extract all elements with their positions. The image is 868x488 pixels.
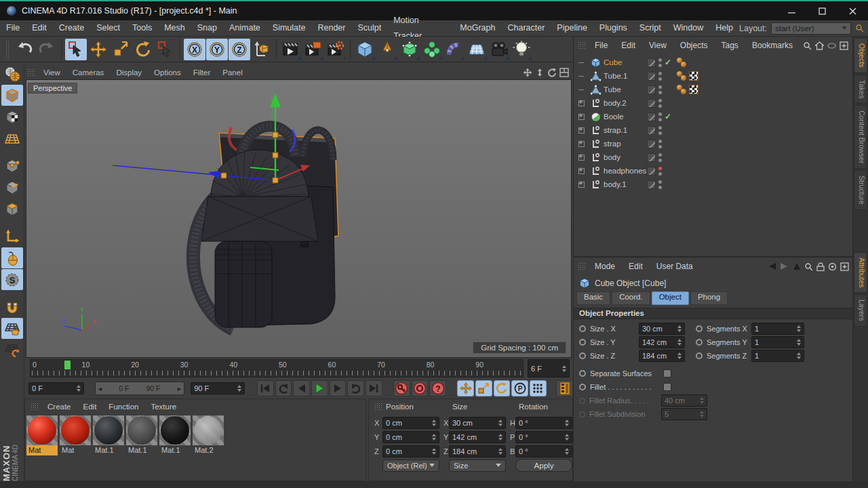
toggle-views-icon[interactable] [559, 68, 569, 77]
material-name[interactable]: Mat.2 [193, 445, 224, 455]
menu-character[interactable]: Character [501, 20, 551, 36]
attr-menu-edit[interactable]: Edit [622, 262, 650, 271]
menu-mograph[interactable]: MoGraph [454, 20, 501, 36]
phong-tag-icon[interactable] [677, 85, 687, 95]
toolbar-grip[interactable] [5, 41, 10, 58]
object-row-strap1[interactable]: strap.1 [574, 123, 853, 137]
attr-add-icon[interactable] [840, 262, 849, 271]
start-frame-field[interactable]: 0 F [28, 382, 84, 394]
viewport-menu-display[interactable]: Display [110, 68, 148, 77]
layer-swatch[interactable] [647, 85, 656, 94]
add-spline-pen-button[interactable] [376, 39, 398, 60]
material-name[interactable]: Mat [26, 445, 58, 455]
menu-animate[interactable]: Animate [223, 20, 267, 36]
layer-swatch[interactable] [647, 167, 656, 176]
visibility-dots[interactable] [658, 58, 662, 67]
render-view-button[interactable] [280, 39, 302, 60]
lock-y-axis-button[interactable]: Y [206, 39, 228, 60]
material-name[interactable]: Mat.1 [126, 445, 157, 455]
dock-tab-objects[interactable]: Objects [854, 38, 867, 73]
render-to-picture-viewer-button[interactable] [302, 39, 324, 60]
menu-tools[interactable]: Tools [126, 20, 158, 36]
object-row-cube[interactable]: Cube ✓ [574, 56, 853, 69]
keyframe-circle[interactable] [579, 352, 586, 359]
menu-help[interactable]: Help [709, 20, 739, 36]
keyframe-selection-button[interactable]: ? [429, 380, 446, 396]
dock-tab-structure[interactable]: Structure [854, 170, 867, 210]
object-manager-grip[interactable] [578, 41, 585, 50]
key-pla-toggle[interactable] [530, 380, 547, 396]
target-icon[interactable] [828, 262, 837, 271]
layer-swatch[interactable] [647, 153, 656, 162]
size-y-field[interactable]: 142 cm [449, 431, 506, 443]
add-light-button[interactable] [511, 39, 532, 60]
lock-icon[interactable] [816, 262, 825, 271]
current-frame-field[interactable]: 6 F [528, 359, 570, 378]
snap-settings-button[interactable]: S [1, 269, 23, 290]
tab-coord[interactable]: Coord. [612, 291, 650, 305]
menu-edit[interactable]: Edit [26, 20, 53, 36]
expand-icon[interactable] [578, 127, 585, 134]
rotate-view-icon[interactable] [547, 68, 557, 77]
attr-menu-mode[interactable]: Mode [588, 262, 622, 271]
size-mode-dropdown[interactable]: Size [449, 460, 506, 472]
dock-tab-attributes[interactable]: Attributes [854, 252, 867, 293]
segments-x-input[interactable]: 1 [751, 323, 804, 335]
layer-swatch[interactable] [647, 140, 656, 148]
size-x-field[interactable]: 30 cm [449, 417, 506, 429]
add-environment-floor-button[interactable] [466, 39, 488, 60]
lock-z-axis-button[interactable]: Z [229, 39, 250, 60]
menu-sculpt[interactable]: Sculpt [351, 20, 387, 36]
object-row-tube1[interactable]: Tube.1 [574, 69, 853, 83]
rotation-h-field[interactable]: 0 ° [515, 417, 572, 429]
dock-tab-content-browser[interactable]: Content Browser [854, 105, 867, 169]
parent-up-icon[interactable] [793, 262, 801, 270]
position-z-field[interactable]: 0 cm [382, 445, 439, 458]
coordinate-system-button[interactable] [251, 39, 273, 60]
enable-snap-button[interactable] [1, 296, 23, 317]
material-swatch[interactable]: Mat.1 [93, 415, 124, 455]
attr-search-icon[interactable] [804, 262, 813, 271]
object-row-headphones[interactable]: headphones [574, 164, 853, 178]
tab-phong[interactable]: Phong [690, 291, 728, 305]
key-rotation-toggle[interactable] [494, 380, 511, 396]
viewport-menu-view[interactable]: View [37, 68, 66, 77]
segments-y-input[interactable]: 1 [751, 336, 804, 348]
size-z-input[interactable]: 184 cm [639, 350, 685, 362]
viewport-canvas[interactable]: Perspective Grid Spacing : 100 cm Y Z X [26, 79, 572, 358]
add-mograph-cloner-button[interactable] [421, 39, 443, 60]
add-cube-object-button[interactable] [354, 39, 376, 60]
layer-swatch[interactable] [647, 180, 656, 189]
object-row-body[interactable]: body [574, 150, 853, 164]
enable-axis-mode-button[interactable] [1, 226, 23, 247]
expand-icon[interactable] [578, 141, 585, 147]
keyframe-circle[interactable] [579, 325, 586, 332]
coordinate-mode-dropdown[interactable]: Object (Rel) [382, 460, 439, 472]
visibility-dots[interactable] [658, 113, 662, 121]
menu-window[interactable]: Window [667, 20, 709, 36]
segments-z-input[interactable]: 1 [751, 350, 804, 362]
om-menu-view[interactable]: View [642, 41, 673, 50]
scale-tool[interactable] [110, 39, 132, 60]
object-row-body2[interactable]: body.2 [574, 96, 853, 110]
om-search-icon[interactable] [803, 41, 812, 50]
visibility-dots[interactable] [658, 72, 662, 81]
last-used-tool[interactable] [155, 39, 176, 60]
timeline-window-button[interactable] [556, 380, 573, 396]
lock-x-axis-button[interactable]: X [184, 39, 205, 60]
object-row-boole[interactable]: Boole ✓ [574, 110, 853, 123]
add-subdivision-surface-button[interactable] [399, 39, 420, 60]
layer-swatch[interactable] [647, 113, 656, 121]
expand-icon[interactable] [578, 182, 585, 188]
previous-frame-button[interactable] [293, 380, 310, 396]
coordinates-panel-grip[interactable] [374, 403, 382, 411]
object-row-tube[interactable]: Tube [574, 83, 853, 96]
texture-mode-button[interactable] [1, 106, 23, 127]
om-menu-edit[interactable]: Edit [614, 41, 642, 50]
dock-tab-takes[interactable]: Takes [854, 75, 867, 104]
tab-object[interactable]: Object [652, 291, 689, 305]
workplane-mode-button[interactable] [1, 128, 23, 149]
menu-file[interactable]: File [0, 20, 26, 36]
visibility-dots[interactable] [658, 167, 662, 176]
next-frame-button[interactable] [330, 380, 347, 396]
